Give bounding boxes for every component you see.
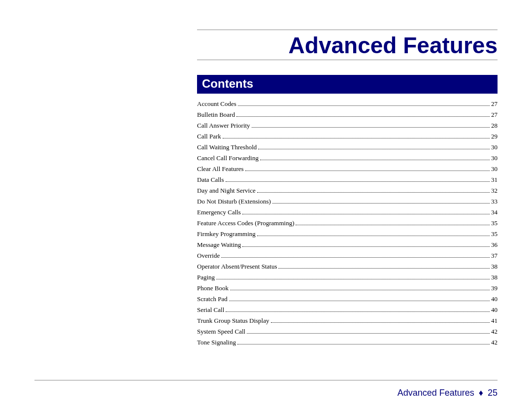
toc-row: Day and Night Service32	[197, 187, 498, 194]
toc-leader-dots	[258, 145, 490, 149]
toc-leader-dots	[257, 232, 490, 236]
toc-row: Tone Signaling42	[197, 339, 498, 345]
toc-row: Bulletin Board27	[197, 111, 498, 118]
toc-row: Scratch Pad40	[197, 296, 498, 302]
toc-entry-label: Clear All Features	[197, 166, 244, 172]
toc-entry-label: Tone Signaling	[197, 339, 236, 345]
toc-entry-label: Call Waiting Threshold	[197, 144, 257, 150]
toc-entry-page: 40	[491, 296, 498, 302]
toc-entry-page: 30	[491, 166, 498, 172]
toc-leader-dots	[223, 134, 490, 138]
toc-leader-dots	[230, 286, 490, 290]
section-heading-text: Contents	[202, 77, 253, 90]
toc-leader-dots	[229, 297, 490, 301]
toc-row: Emergency Calls34	[197, 209, 498, 215]
toc-entry-label: Phone Book	[197, 285, 229, 291]
toc-entry-page: 30	[491, 144, 498, 150]
toc-entry-page: 40	[491, 307, 498, 313]
toc-entry-page: 42	[491, 328, 498, 335]
toc-leader-dots	[236, 112, 490, 117]
toc-row: Phone Book39	[197, 285, 498, 291]
toc-leader-dots	[242, 242, 490, 247]
toc-leader-dots	[252, 123, 490, 128]
toc-entry-page: 27	[491, 101, 498, 107]
toc-entry-page: 32	[491, 187, 498, 194]
toc-row: Do Not Disturb (Extensions)33	[197, 198, 498, 205]
toc-leader-dots	[257, 188, 490, 193]
toc-entry-page: 38	[491, 263, 498, 270]
toc-entry-label: Day and Night Service	[197, 187, 256, 194]
toc-entry-label: Cancel Call Forwarding	[197, 155, 259, 161]
rule-above-title	[197, 30, 498, 30]
toc-leader-dots	[216, 275, 490, 279]
toc-row: Call Waiting Threshold30	[197, 144, 498, 150]
toc-row: Cancel Call Forwarding30	[197, 155, 498, 161]
toc-entry-page: 42	[491, 339, 498, 345]
toc-row: Clear All Features30	[197, 166, 498, 172]
document-page: Advanced Features Contents Account Codes…	[0, 0, 532, 411]
toc-entry-label: Account Codes	[197, 101, 236, 107]
toc-entry-label: Call Park	[197, 133, 221, 139]
toc-entry-page: 29	[491, 133, 498, 139]
toc-entry-page: 30	[491, 155, 498, 161]
toc-leader-dots	[238, 102, 490, 106]
toc-entry-label: System Speed Call	[197, 328, 245, 335]
toc-leader-dots	[278, 264, 490, 269]
toc-entry-page: 36	[491, 241, 498, 248]
toc-entry-label: Emergency Calls	[197, 209, 241, 215]
content-column: Advanced Features Contents Account Codes…	[197, 30, 498, 350]
toc-leader-dots	[245, 167, 490, 171]
toc-entry-label: Call Answer Priority	[197, 122, 250, 129]
toc-leader-dots	[226, 177, 490, 182]
toc-entry-label: Firmkey Programming	[197, 231, 256, 237]
toc-entry-page: 33	[491, 198, 498, 205]
toc-entry-label: Bulletin Board	[197, 111, 235, 118]
toc-leader-dots	[237, 340, 490, 344]
toc-leader-dots	[271, 318, 490, 323]
toc-row: Firmkey Programming35	[197, 231, 498, 237]
section-heading-bar: Contents	[197, 75, 498, 94]
toc-row: System Speed Call42	[197, 328, 498, 335]
toc-leader-dots	[221, 253, 490, 258]
toc-row: Message Waiting36	[197, 241, 498, 248]
toc-entry-label: Paging	[197, 274, 215, 280]
toc-entry-page: 38	[491, 274, 498, 280]
toc-entry-page: 41	[491, 317, 498, 324]
footer-page-number: 25	[488, 388, 498, 398]
toc-entry-label: Data Calls	[197, 176, 224, 183]
toc-row: Operator Absent/Present Status38	[197, 263, 498, 270]
toc-row: Account Codes27	[197, 101, 498, 107]
toc-entry-page: 37	[491, 252, 498, 259]
diamond-icon: ♦	[479, 388, 483, 398]
footer-rule	[34, 380, 498, 380]
toc-row: Serial Call40	[197, 307, 498, 313]
toc-entry-label: Override	[197, 252, 220, 259]
footer-section-name: Advanced Features	[398, 388, 474, 398]
toc-entry-label: Operator Absent/Present Status	[197, 263, 277, 270]
toc-entry-page: 35	[491, 231, 498, 237]
toc-entry-page: 39	[491, 285, 498, 291]
toc-entry-label: Serial Call	[197, 307, 224, 313]
rule-below-title	[197, 60, 498, 60]
toc-leader-dots	[296, 221, 490, 225]
toc-leader-dots	[242, 210, 490, 214]
toc-row: Trunk Group Status Display41	[197, 317, 498, 324]
toc-entry-page: 34	[491, 209, 498, 215]
toc-leader-dots	[260, 156, 490, 160]
toc-entry-label: Message Waiting	[197, 241, 241, 248]
page-title: Advanced Features	[197, 32, 498, 59]
toc-row: Feature Access Codes (Programming)35	[197, 220, 498, 226]
toc-entry-page: 27	[491, 111, 498, 118]
toc-entry-page: 28	[491, 122, 498, 129]
page-footer: Advanced Features ♦ 25	[398, 388, 498, 398]
toc-entry-label: Trunk Group Status Display	[197, 317, 269, 324]
toc-row: Call Answer Priority28	[197, 122, 498, 129]
toc-row: Call Park29	[197, 133, 498, 139]
toc-leader-dots	[247, 329, 490, 334]
toc-entry-label: Do Not Disturb (Extensions)	[197, 198, 271, 205]
toc-leader-dots	[272, 199, 490, 204]
toc-entry-page: 35	[491, 220, 498, 226]
toc-row: Data Calls31	[197, 176, 498, 183]
toc-entry-label: Scratch Pad	[197, 296, 228, 302]
toc-leader-dots	[226, 308, 490, 312]
